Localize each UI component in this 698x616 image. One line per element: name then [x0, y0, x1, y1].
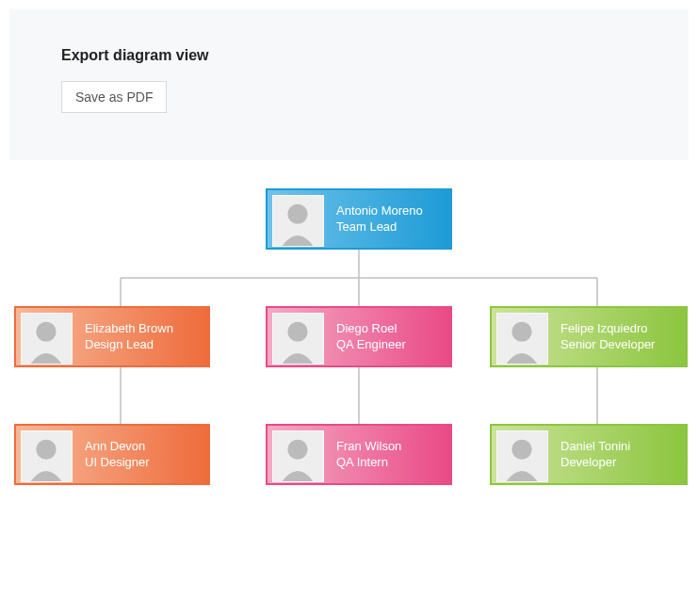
node-senior-developer[interactable]: Felipe Izquiedro Senior Developer: [490, 306, 688, 367]
person-name: Diego Roel: [336, 321, 406, 337]
person-name: Antonio Moreno: [336, 203, 423, 219]
person-title: QA Engineer: [336, 337, 406, 353]
person-name: Ann Devon: [85, 439, 150, 455]
node-qa-intern[interactable]: Fran Wilson QA Intern: [266, 424, 452, 485]
export-panel: Export diagram view Save as PDF: [9, 9, 689, 160]
person-title: Design Lead: [85, 337, 173, 353]
svg-point-19: [287, 440, 307, 460]
org-chart: Antonio Moreno Team Lead Elizabeth Brown…: [0, 170, 698, 509]
svg-point-15: [511, 322, 531, 342]
person-name: Fran Wilson: [336, 439, 401, 455]
person-name: Felipe Izquiedro: [560, 321, 655, 337]
avatar: [496, 430, 548, 482]
node-ui-designer[interactable]: Ann Devon UI Designer: [14, 424, 210, 485]
svg-point-13: [287, 322, 307, 342]
avatar: [21, 430, 73, 482]
avatar: [496, 313, 548, 365]
person-title: UI Designer: [85, 455, 150, 471]
panel-title: Export diagram view: [61, 47, 637, 64]
node-label: Fran Wilson QA Intern: [329, 426, 414, 483]
person-name: Elizabeth Brown: [85, 321, 173, 337]
svg-point-9: [287, 204, 307, 224]
avatar: [21, 313, 73, 365]
node-developer[interactable]: Daniel Tonini Developer: [490, 424, 688, 485]
avatar: [272, 195, 324, 247]
node-label: Elizabeth Brown Design Lead: [77, 308, 187, 365]
svg-point-17: [36, 440, 56, 460]
person-title: Senior Developer: [560, 337, 655, 353]
person-title: QA Intern: [336, 455, 401, 471]
avatar: [272, 313, 324, 365]
node-label: Diego Roel QA Engineer: [329, 308, 419, 365]
node-label: Felipe Izquiedro Senior Developer: [553, 308, 668, 365]
person-name: Daniel Tonini: [560, 439, 630, 455]
svg-point-21: [511, 440, 531, 460]
node-label: Ann Devon UI Designer: [77, 426, 163, 483]
node-design-lead[interactable]: Elizabeth Brown Design Lead: [14, 306, 210, 367]
person-title: Developer: [560, 455, 630, 471]
node-label: Daniel Tonini Developer: [553, 426, 643, 483]
svg-point-11: [36, 322, 56, 342]
node-team-lead[interactable]: Antonio Moreno Team Lead: [266, 188, 452, 250]
avatar: [272, 430, 324, 482]
save-as-pdf-button[interactable]: Save as PDF: [61, 81, 167, 113]
node-label: Antonio Moreno Team Lead: [329, 190, 436, 248]
node-qa-engineer[interactable]: Diego Roel QA Engineer: [266, 306, 452, 367]
person-title: Team Lead: [336, 219, 423, 235]
